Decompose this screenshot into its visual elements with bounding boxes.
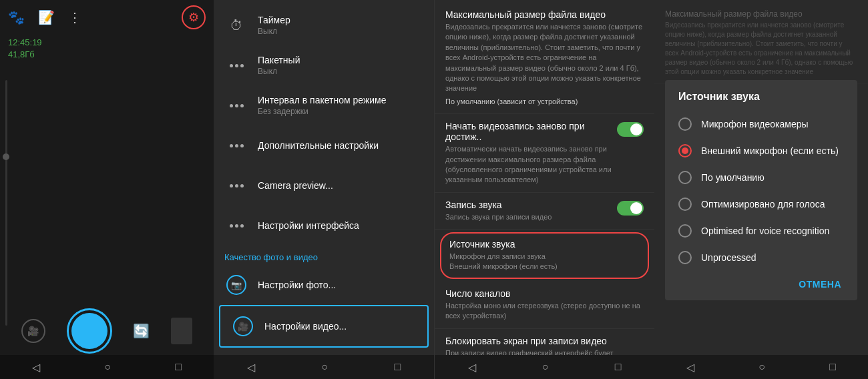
dialog-footer: ОТМЕНА — [665, 271, 857, 300]
dialog-option-external-mic[interactable]: Внешний микрофон (если есть) — [665, 137, 857, 164]
dialog-option-unprocessed[interactable]: Unprocessed — [665, 244, 857, 271]
dialog-option-camera-mic-label: Микрофон видеокамеры — [701, 119, 809, 129]
section-quality-header: Качество фото и видео — [214, 246, 434, 265]
settings-item-camera-preview-text: Camera preview... — [258, 180, 333, 191]
video-mode-button[interactable]: 🎥 — [21, 319, 45, 343]
settings-item-batch-text: Пакетный Выкл — [258, 55, 300, 76]
settings-item-batch[interactable]: Пакетный Выкл — [214, 45, 434, 85]
detail-item-record-sound[interactable]: Запись звука Запись звука при записи вид… — [435, 193, 654, 230]
settings-item-batch-interval[interactable]: Интервал в пакетном режиме Без задержки — [214, 85, 434, 125]
radio-default — [678, 171, 692, 184]
detail-panel: Максимальный размер файла видео Видеозап… — [434, 0, 654, 379]
detail-list: Максимальный размер файла видео Видеозап… — [435, 0, 654, 355]
dialog-panel: Максимальный размер файла видео Видеозап… — [654, 0, 868, 379]
photo-settings-icon: 📷 — [224, 273, 248, 297]
settings-item-interface[interactable]: Настройки интерфейса — [214, 206, 434, 246]
flip-icon[interactable]: 🔄 — [133, 323, 150, 339]
detail-home-nav[interactable]: ○ — [542, 361, 549, 373]
sound-source-dialog: Источник звука Микрофон видеокамеры Внеш… — [665, 80, 857, 300]
paw-icon: 🐾 — [8, 9, 25, 25]
settings-item-photo[interactable]: 📷 Настройки фото... — [214, 265, 434, 305]
detail-item-max-file-size[interactable]: Максимальный размер файла видео Видеозап… — [435, 3, 654, 114]
settings-item-video-text: Настройки видео... — [264, 321, 347, 332]
dialog-option-default[interactable]: По умолчанию — [665, 164, 857, 191]
capture-button[interactable] — [67, 308, 112, 354]
dialog-option-voice-recognition[interactable]: Optimised for voice recognition — [665, 218, 857, 244]
capture-button-inner — [71, 313, 107, 349]
settings-item-timer[interactable]: ⏱ Таймер Выкл — [214, 5, 434, 45]
top-left-icons: 🐾 📝 ⋮ — [8, 9, 81, 25]
detail-recents-nav[interactable]: □ — [615, 361, 622, 373]
detail-item-sound-source[interactable]: Источник звука Микрофон для записи звука… — [440, 232, 649, 279]
dialog-home-nav[interactable]: ○ — [758, 361, 765, 373]
radio-voice-optimized — [678, 198, 692, 211]
settings-item-interface-text: Настройки интерфейса — [258, 220, 359, 231]
home-nav-icon[interactable]: ○ — [104, 361, 111, 373]
back-nav-icon[interactable]: ◁ — [32, 361, 40, 374]
dialog-option-external-mic-label: Внешний микрофон (если есть) — [701, 145, 839, 156]
radio-voice-recognition — [678, 224, 692, 238]
bg-item-1: Максимальный размер файла видео Видеозап… — [654, 3, 868, 84]
advanced-icon — [224, 133, 248, 157]
settings-panel: ⏱ Таймер Выкл Пакетный Выкл Интервал в п — [214, 0, 434, 379]
camera-panel: 🐾 📝 ⋮ ⚙ 12:45:19 41,8Гб 🎥 🔄 ◁ ○ □ — [0, 0, 214, 379]
radio-camera-mic — [678, 117, 692, 131]
settings-item-advanced-text: Дополнительные настройки — [258, 140, 379, 151]
settings-item-video[interactable]: 🎥 Настройки видео... — [219, 305, 429, 348]
dialog-recents-nav[interactable]: □ — [829, 361, 836, 373]
record-sound-toggle[interactable] — [617, 201, 644, 216]
dialog-option-unprocessed-label: Unprocessed — [701, 252, 756, 263]
thumbnail-button[interactable] — [171, 318, 192, 344]
settings-item-location[interactable]: ◎ Настройки местоположения... — [214, 348, 434, 355]
dialog-option-voice-optimized-label: Оптимизировано для голоса — [701, 199, 825, 210]
recents-nav-icon[interactable]: □ — [175, 361, 182, 373]
settings-home-nav[interactable]: ○ — [321, 361, 328, 373]
interface-icon — [224, 214, 248, 238]
batch-icon — [224, 53, 248, 77]
dialog-option-voice-optimized[interactable]: Оптимизировано для голоса — [665, 191, 857, 218]
radio-unprocessed — [678, 251, 692, 264]
dialog-back-nav[interactable]: ◁ — [686, 361, 694, 374]
dialog-cancel-button[interactable]: ОТМЕНА — [793, 276, 847, 292]
camera-nav-bar: ◁ ○ □ — [0, 355, 214, 379]
video-settings-icon: 🎥 — [231, 314, 255, 338]
camera-top-bar: 🐾 📝 ⋮ ⚙ — [0, 0, 214, 35]
dialog-option-default-label: По умолчанию — [701, 172, 765, 183]
settings-item-camera-preview[interactable]: Camera preview... — [214, 165, 434, 206]
timer-icon: ⏱ — [224, 13, 248, 37]
settings-back-nav[interactable]: ◁ — [247, 361, 255, 374]
edit-icon: 📝 — [38, 9, 55, 25]
more-icon: ⋮ — [68, 9, 81, 25]
dialog-option-camera-mic[interactable]: Микрофон видеокамеры — [665, 111, 857, 137]
detail-item-restart-recording[interactable]: Начать видеозапись заново при достиж.. А… — [435, 114, 654, 193]
settings-nav-bar: ◁ ○ □ — [214, 355, 434, 379]
camera-preview-icon — [224, 173, 248, 198]
dialog-option-voice-recognition-label: Optimised for voice recognition — [701, 226, 829, 236]
detail-item-block-screen[interactable]: Блокировать экран при записи видео При з… — [435, 329, 654, 355]
settings-item-timer-text: Таймер Выкл — [258, 15, 290, 36]
settings-item-photo-text: Настройки фото... — [258, 280, 336, 290]
settings-list: ⏱ Таймер Выкл Пакетный Выкл Интервал в п — [214, 0, 434, 355]
camera-time: 12:45:19 41,8Гб — [8, 37, 42, 61]
settings-item-advanced[interactable]: Дополнительные настройки — [214, 125, 434, 165]
batch-interval-icon — [224, 93, 248, 117]
radio-external-mic — [678, 144, 692, 157]
settings-icon[interactable]: ⚙ — [182, 5, 206, 29]
zoom-slider-thumb — [3, 153, 9, 160]
camera-bottom-bar: 🎥 🔄 — [0, 308, 214, 354]
zoom-slider[interactable] — [5, 80, 7, 326]
restart-recording-toggle[interactable] — [617, 122, 644, 137]
detail-nav-bar: ◁ ○ □ — [435, 355, 654, 379]
settings-item-batch-interval-text: Интервал в пакетном режиме Без задержки — [258, 95, 387, 116]
dialog-title: Источник звука — [665, 80, 857, 111]
settings-recents-nav[interactable]: □ — [395, 361, 401, 373]
detail-item-channels[interactable]: Число каналов Настройка моно или стереоз… — [435, 282, 654, 329]
detail-back-nav[interactable]: ◁ — [468, 361, 476, 374]
dialog-nav-bar: ◁ ○ □ — [654, 355, 868, 379]
